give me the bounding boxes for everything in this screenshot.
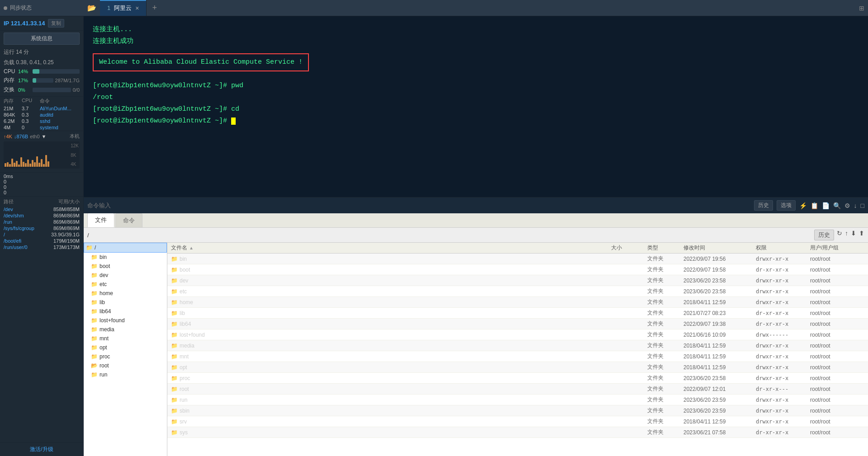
tree-item-media[interactable]: 📁 media	[84, 325, 167, 334]
disk-size-6: 173M/173M	[53, 244, 80, 250]
sys-info-button[interactable]: 系统信息	[4, 33, 80, 45]
proc-cpu-3: 0	[22, 125, 38, 130]
clipboard-icon[interactable]: 📋	[811, 202, 818, 209]
tree-item-lib[interactable]: 📁 lib	[84, 298, 167, 307]
col-header-type[interactable]: 类型	[647, 244, 683, 252]
file-row-15[interactable]: 📁srv 文件夹 2018/04/11 12:59 drwxr-xr-x roo…	[167, 416, 868, 427]
download-files-icon[interactable]: ⬇	[851, 230, 856, 240]
tree-label-media: media	[100, 326, 114, 333]
file-date-boot: 2022/09/07 19:58	[683, 267, 756, 273]
net-local-label: 本机	[70, 133, 80, 140]
proc-cpu-0: 3.7	[22, 106, 38, 111]
file-row-8[interactable]: 📁media 文件夹 2018/04/11 12:59 drwxr-xr-x r…	[167, 340, 868, 351]
file-type-media: 文件夹	[647, 342, 683, 349]
tree-item-root[interactable]: 📁 /	[84, 243, 167, 253]
cpu-stat-row: CPU 14%	[0, 67, 83, 75]
tree-item-lib64[interactable]: 📁 lib64	[84, 307, 167, 316]
tree-item-lost[interactable]: 📁 lost+found	[84, 316, 167, 325]
file-type-sys: 文件夹	[647, 428, 683, 436]
file-row-13[interactable]: 📁run 文件夹 2023/06/20 23:59 drwxr-xr-x roo…	[167, 395, 868, 405]
tree-item-dev[interactable]: 📁 dev	[84, 271, 167, 280]
tab-files[interactable]: 文件	[87, 213, 114, 227]
lightning-icon[interactable]: ⚡	[799, 202, 807, 209]
upgrade-button[interactable]: 激活/升级	[0, 442, 83, 456]
grid-icon[interactable]: ⊞	[859, 5, 864, 12]
options-button[interactable]: 选项	[777, 200, 796, 211]
col-header-name[interactable]: 文件名 ▲	[171, 244, 611, 252]
disk-size-1: 869M/869M	[53, 213, 80, 218]
tree-item-boot[interactable]: 📁 boot	[84, 262, 167, 271]
net-iface: eth0	[30, 134, 39, 139]
tree-item-home[interactable]: 📁 home	[84, 289, 167, 298]
tree-label-mnt: mnt	[100, 335, 109, 342]
file-row-6[interactable]: 📁lib64 文件夹 2022/09/07 19:38 dr-xr-xr-x r…	[167, 319, 868, 329]
file-row-1[interactable]: 📁boot 文件夹 2022/09/07 19:58 dr-xr-xr-x ro…	[167, 264, 868, 275]
history-button[interactable]: 历史	[754, 200, 773, 211]
file-date-srv: 2018/04/11 12:59	[683, 418, 756, 425]
tree-label-lib64: lib64	[100, 308, 111, 315]
runtime-label: 运行 14 分	[0, 47, 83, 58]
file-row-4[interactable]: 📁home 文件夹 2018/04/11 12:59 drwxr-xr-x ro…	[167, 297, 868, 308]
file-row-12[interactable]: 📁root 文件夹 2022/09/07 12:01 dr-xr-x--- ro…	[167, 384, 868, 395]
tab-commands[interactable]: 命令	[115, 213, 142, 227]
file-user-opt: root/root	[810, 364, 864, 371]
tree-item-proc[interactable]: 📁 proc	[84, 352, 167, 361]
refresh-icon[interactable]: ↻	[837, 230, 842, 240]
file-name-proc: 📁proc	[171, 375, 611, 381]
tree-item-etc[interactable]: 📁 etc	[84, 280, 167, 289]
file-row-14[interactable]: 📁sbin 文件夹 2023/06/20 23:59 drwxr-xr-x ro…	[167, 405, 868, 416]
file-row-5[interactable]: 📁lib 文件夹 2021/07/27 08:23 dr-xr-xr-x roo…	[167, 308, 868, 319]
file-row-2[interactable]: 📁dev 文件夹 2023/06/20 23:58 drwxr-xr-x roo…	[167, 275, 868, 286]
tree-label-root: /	[95, 244, 96, 251]
process-row: 4M 0 systemd	[0, 124, 83, 131]
tab-aliyun[interactable]: 1 阿里云 ×	[100, 0, 147, 16]
file-user-lib: root/root	[810, 310, 864, 316]
search-icon[interactable]: 🔍	[833, 202, 841, 209]
file-history-button[interactable]: 历史	[814, 230, 834, 240]
col-header-size[interactable]: 大小	[611, 244, 647, 252]
cpu-value: 14%	[18, 69, 31, 74]
tree-label-boot: boot	[100, 263, 110, 269]
tree-item-run[interactable]: 📁 run	[84, 370, 167, 379]
file-row-7[interactable]: 📁lost+found 文件夹 2021/06/16 10:09 drwx---…	[167, 329, 868, 340]
col-header-user[interactable]: 用户/用户组	[810, 244, 864, 252]
disk-path-1: /dev/shm	[4, 213, 24, 218]
col-header-perm[interactable]: 权限	[756, 244, 810, 252]
tree-item-bin[interactable]: 📁 bin	[84, 253, 167, 262]
file-user-media: root/root	[810, 343, 864, 349]
folder-icon-bin: 📁	[171, 256, 178, 262]
file-list-header: 文件名 ▲ 大小 类型 修改时间 权限	[167, 243, 868, 254]
nav-up-icon[interactable]: ↑	[845, 230, 848, 240]
file-row-11[interactable]: 📁proc 文件夹 2023/06/20 23:58 drwxr-xr-x ro…	[167, 373, 868, 384]
copy-ip-button[interactable]: 复制	[48, 19, 64, 28]
command-input[interactable]	[87, 202, 754, 209]
tab-close-icon[interactable]: ×	[135, 5, 139, 12]
disk-path-6: /run/user/0	[4, 244, 28, 250]
upload-files-icon[interactable]: ⬆	[859, 230, 864, 240]
file-row-0[interactable]: 📁bin 文件夹 2022/09/07 19:56 drwxr-xr-x roo…	[167, 254, 868, 264]
file-row-10[interactable]: 📁opt 文件夹 2018/04/11 12:59 drwxr-xr-x roo…	[167, 362, 868, 373]
ip-address: IP 121.41.33.14	[4, 20, 45, 27]
settings-icon[interactable]: ⚙	[844, 202, 850, 209]
file-row-3[interactable]: 📁etc 文件夹 2023/06/20 23:58 drwxr-xr-x roo…	[167, 286, 868, 297]
file-name-lib: 📁lib	[171, 310, 611, 316]
download-icon[interactable]: ↓	[854, 202, 857, 209]
proc-header-cmd: 命令	[40, 98, 80, 104]
tree-item-opt[interactable]: 📁 opt	[84, 343, 167, 352]
disk-row: /sys/fs/cgroup 869M/869M	[4, 225, 80, 231]
file-row-9[interactable]: 📁mnt 文件夹 2018/04/11 12:59 drwxr-xr-x roo…	[167, 351, 868, 362]
tree-item-root[interactable]: 📂 root	[84, 361, 167, 370]
tree-item-mnt[interactable]: 📁 mnt	[84, 334, 167, 343]
window-icon[interactable]: □	[861, 202, 864, 209]
file-row-16[interactable]: 📁sys 文件夹 2023/06/21 07:58 dr-xr-xr-x roo…	[167, 427, 868, 438]
file-date-mnt: 2018/04/11 12:59	[683, 353, 756, 360]
file-toolbar: / 历史 ↻ ↑ ⬇ ⬆	[84, 228, 868, 243]
file-perm-media: drwxr-xr-x	[756, 343, 810, 349]
tree-label-run: run	[100, 371, 107, 378]
col-header-date[interactable]: 修改时间	[683, 244, 756, 252]
document-icon[interactable]: 📄	[822, 202, 830, 209]
file-date-lib: 2021/07/27 08:23	[683, 310, 756, 316]
process-row: 864K 0.3 auditd	[0, 112, 83, 118]
terminal[interactable]: 连接主机... 连接主机成功 Welcome to Alibaba Cloud …	[84, 16, 868, 197]
add-tab-button[interactable]: +	[147, 3, 162, 13]
